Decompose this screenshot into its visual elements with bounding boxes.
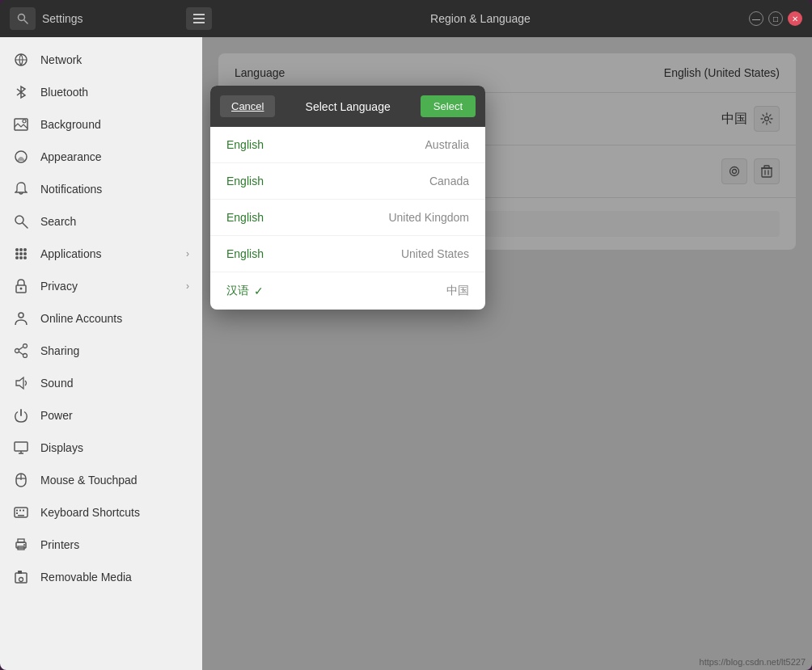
sidebar-item-appearance[interactable]: Appearance	[0, 141, 202, 173]
dialog-title: Select Language	[281, 100, 413, 113]
search-button[interactable]	[10, 7, 36, 30]
dialog-header: Cancel Select Language Select	[210, 86, 485, 127]
svg-rect-44	[18, 571, 22, 574]
language-region: Canada	[291, 175, 469, 188]
language-name: English	[226, 175, 291, 188]
language-region: United States	[291, 247, 469, 260]
sidebar-item-privacy[interactable]: Privacy ›	[0, 270, 202, 302]
svg-line-1	[24, 20, 27, 23]
svg-point-21	[23, 344, 27, 348]
bluetooth-icon	[13, 84, 29, 100]
sidebar-item-label: Sound	[40, 377, 73, 390]
sidebar-item-label: Background	[40, 118, 101, 131]
keyboard-icon	[13, 504, 29, 520]
main-content: Network Bluetooth Backgr	[0, 37, 812, 670]
sidebar-item-label: Sharing	[40, 344, 79, 357]
menu-button[interactable]	[186, 7, 212, 30]
svg-point-17	[23, 256, 27, 259]
check-mark-icon: ✓	[254, 284, 264, 297]
list-item[interactable]: 汉语 ✓ 中国	[210, 272, 485, 310]
privacy-icon	[13, 278, 29, 294]
svg-point-11	[23, 248, 27, 251]
window-controls: — □ ✕	[749, 11, 802, 26]
svg-line-8	[23, 223, 27, 228]
sidebar-item-removable-media[interactable]: Removable Media	[0, 561, 202, 593]
svg-point-42	[23, 544, 25, 546]
svg-rect-40	[18, 539, 24, 542]
printers-icon	[13, 537, 29, 553]
sidebar-item-label: Notifications	[40, 183, 102, 196]
sidebar-item-label: Online Accounts	[40, 312, 122, 325]
svg-point-45	[19, 578, 23, 582]
svg-rect-37	[16, 512, 18, 514]
sidebar: Network Bluetooth Backgr	[0, 37, 202, 670]
list-item[interactable]: English Australia	[210, 127, 485, 163]
language-region: Australia	[291, 138, 469, 151]
sidebar-item-mouse-touchpad[interactable]: Mouse & Touchpad	[0, 464, 202, 496]
sound-icon	[13, 375, 29, 391]
search-icon	[13, 213, 29, 230]
settings-sidebar-title: Settings	[42, 12, 180, 25]
sidebar-item-keyboard-shortcuts[interactable]: Keyboard Shortcuts	[0, 496, 202, 529]
sidebar-item-sound[interactable]: Sound	[0, 367, 202, 399]
sidebar-item-label: Network	[40, 53, 82, 66]
titlebar-left: Settings	[10, 7, 212, 30]
list-item[interactable]: English United States	[210, 236, 485, 272]
sharing-icon	[13, 343, 29, 359]
dialog-overlay: Cancel Select Language Select English Au…	[202, 37, 812, 670]
svg-point-13	[19, 252, 23, 255]
minimize-button[interactable]: —	[749, 11, 763, 26]
sidebar-item-displays[interactable]: Displays	[0, 432, 202, 464]
sidebar-item-label: Power	[40, 409, 73, 422]
svg-rect-35	[19, 510, 21, 512]
sidebar-item-applications[interactable]: Applications ›	[0, 238, 202, 270]
svg-point-10	[19, 248, 23, 251]
language-name: English	[226, 138, 291, 151]
applications-icon	[13, 246, 29, 262]
svg-line-24	[19, 347, 23, 350]
sidebar-item-label: Removable Media	[40, 571, 132, 584]
svg-rect-34	[16, 510, 18, 512]
dialog-select-button[interactable]: Select	[421, 95, 476, 117]
language-name: English	[226, 247, 291, 260]
sidebar-item-online-accounts[interactable]: Online Accounts	[0, 302, 202, 335]
sidebar-item-notifications[interactable]: Notifications	[0, 173, 202, 205]
language-name: English	[226, 211, 291, 224]
sidebar-item-power[interactable]: Power	[0, 399, 202, 432]
svg-point-9	[15, 248, 19, 251]
svg-point-5	[23, 120, 26, 123]
power-icon	[13, 407, 29, 423]
sidebar-item-sharing[interactable]: Sharing	[0, 335, 202, 367]
maximize-button[interactable]: □	[768, 11, 783, 26]
sidebar-item-label: Mouse & Touchpad	[40, 474, 137, 487]
titlebar: Settings Region & Language — □ ✕	[0, 0, 812, 37]
list-item[interactable]: English United Kingdom	[210, 200, 485, 236]
svg-point-20	[19, 313, 23, 318]
sidebar-item-label: Privacy	[40, 280, 78, 293]
url-bar: https://blog.csdn.net/lt5227	[700, 657, 806, 667]
svg-point-22	[15, 349, 19, 353]
sidebar-item-background[interactable]: Background	[0, 108, 202, 141]
svg-line-25	[19, 352, 23, 355]
sidebar-item-printers[interactable]: Printers	[0, 529, 202, 561]
online-accounts-icon	[13, 310, 29, 327]
svg-point-12	[15, 252, 19, 255]
dialog-language-list: English Australia English Canada English…	[210, 127, 485, 310]
language-region: United Kingdom	[291, 211, 469, 224]
mouse-icon	[13, 472, 29, 488]
sidebar-item-network[interactable]: Network	[0, 44, 202, 76]
svg-point-19	[20, 288, 23, 290]
svg-rect-38	[18, 515, 24, 516]
sidebar-item-label: Appearance	[40, 150, 102, 163]
close-button[interactable]: ✕	[788, 11, 802, 26]
svg-marker-26	[16, 377, 23, 389]
sidebar-item-label: Applications	[40, 247, 102, 260]
dialog-cancel-button[interactable]: Cancel	[220, 95, 275, 117]
list-item[interactable]: English Canada	[210, 163, 485, 200]
app-window: Settings Region & Language — □ ✕	[0, 0, 812, 670]
svg-rect-36	[23, 510, 24, 512]
sidebar-item-label: Keyboard Shortcuts	[40, 506, 140, 519]
sidebar-item-bluetooth[interactable]: Bluetooth	[0, 76, 202, 108]
sidebar-item-search[interactable]: Search	[0, 205, 202, 238]
language-name: 汉语 ✓	[226, 284, 291, 298]
